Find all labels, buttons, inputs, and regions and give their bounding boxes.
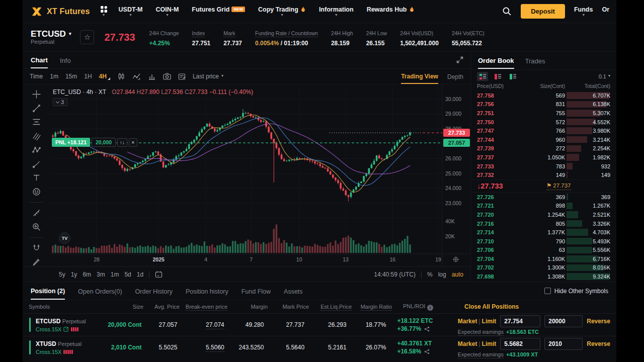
- close-market-button[interactable]: Market: [458, 318, 477, 325]
- tab-chart[interactable]: Chart: [31, 52, 48, 68]
- nav-item-information[interactable]: Information▾: [319, 6, 354, 17]
- tab-open-orders-0-[interactable]: Open Orders(0): [78, 283, 122, 299]
- nav-item-usdt-m[interactable]: USDT-M▾: [119, 6, 143, 17]
- crosshair-icon[interactable]: [31, 89, 42, 99]
- magnet-icon[interactable]: [31, 243, 42, 253]
- book-view-asks-icon[interactable]: [492, 72, 503, 81]
- ask-row[interactable]: 27.7568316.138K: [471, 100, 616, 109]
- close-limit-button[interactable]: Limit: [482, 318, 497, 325]
- orders-menu[interactable]: Or ▾: [602, 6, 609, 17]
- bid-row[interactable]: 27.7168053.326K: [471, 219, 616, 228]
- range-5y[interactable]: 5y: [59, 271, 65, 278]
- calendar-icon[interactable]: [155, 270, 163, 278]
- chart-clock[interactable]: 14:40:59 (UTC): [374, 271, 416, 278]
- nav-item-copy-trading[interactable]: Copy Trading▾: [258, 6, 306, 17]
- close-qty-input[interactable]: [544, 338, 583, 350]
- tab-depth[interactable]: Depth: [447, 70, 463, 83]
- volume-chart-icon[interactable]: [148, 72, 156, 80]
- brush-icon[interactable]: [31, 159, 42, 169]
- indicators-icon[interactable]: [132, 72, 141, 80]
- nav-item-rewards-hub[interactable]: Rewards Hub▾: [367, 6, 415, 17]
- symbol-selector[interactable]: ETCUSD ▾: [31, 29, 71, 39]
- ask-row[interactable]: 27.7392722.254K: [471, 144, 616, 153]
- search-icon[interactable]: [502, 7, 512, 16]
- position-symbol[interactable]: XTUSD PerpetualCross.15X: [29, 340, 103, 355]
- indicators-collapse-button[interactable]: 3: [53, 98, 67, 106]
- reverse-button[interactable]: Reverse: [587, 340, 610, 347]
- bid-row[interactable]: 27.7201.254K2.521K: [471, 210, 616, 219]
- camera-icon[interactable]: [163, 73, 171, 80]
- range-1d[interactable]: 1d: [137, 271, 143, 278]
- timeframe-15m[interactable]: 15m: [65, 73, 77, 80]
- bid-row[interactable]: 27.7021.300K8.016K: [471, 263, 616, 273]
- ask-row[interactable]: 27.7477663.980K: [471, 126, 616, 135]
- close-limit-button[interactable]: Limit: [482, 340, 497, 347]
- deposit-button[interactable]: Deposit: [521, 4, 565, 19]
- range-1m[interactable]: 1m: [111, 271, 119, 278]
- bid-row[interactable]: 27.7107905.493K: [471, 237, 616, 246]
- brand-logo[interactable]: XT Futures: [31, 6, 90, 18]
- range-1y[interactable]: 1y: [71, 271, 77, 278]
- bid-row[interactable]: 27.7218981.267K: [471, 202, 616, 211]
- candle-style-icon[interactable]: [117, 72, 125, 80]
- parallel-channel-icon[interactable]: [31, 131, 42, 141]
- ask-row[interactable]: 27.7505724.552K: [471, 118, 616, 127]
- ask-row[interactable]: 27.7585696.707K: [471, 91, 616, 100]
- tab-fund-flow[interactable]: Fund Flow: [242, 283, 271, 299]
- nav-item-coin-m[interactable]: COIN-M▾: [155, 6, 179, 17]
- trendline-icon[interactable]: [31, 104, 42, 113]
- ask-row[interactable]: 27.733783932: [471, 162, 616, 171]
- scale-auto[interactable]: auto: [452, 271, 463, 278]
- bid-row[interactable]: 27.6981.308K9.324K: [471, 272, 616, 281]
- favorite-star-button[interactable]: ☆: [80, 30, 94, 44]
- reorder-icon[interactable]: ↑↓: [117, 138, 127, 147]
- ask-row[interactable]: 27.7449603.214K: [471, 135, 616, 144]
- close-qty-input[interactable]: [544, 315, 583, 327]
- share-icon[interactable]: [424, 349, 430, 354]
- order-note-icon[interactable]: [178, 73, 186, 80]
- timeframe-1h[interactable]: 1H: [84, 73, 92, 80]
- ask-row[interactable]: 27.7517555.307K: [471, 109, 616, 118]
- nav-item-futures-grid[interactable]: Futures Grid NEW▾: [192, 6, 245, 17]
- position-symbol[interactable]: ETCUSD PerpetualCross.15X: [29, 318, 103, 332]
- precision-dropdown[interactable]: 0.1 ▾: [599, 73, 610, 79]
- close-icon[interactable]: ×: [129, 138, 137, 147]
- bid-row[interactable]: 27.7041.160K6.716K: [471, 254, 616, 263]
- ask-row[interactable]: 27.732149149: [471, 170, 616, 179]
- tab-order-history[interactable]: Order History: [135, 283, 173, 299]
- tab-order-book[interactable]: Order Book: [478, 52, 514, 69]
- checkbox[interactable]: [544, 288, 551, 294]
- book-view-bids-icon[interactable]: [507, 72, 518, 81]
- hide-other-symbols-toggle[interactable]: Hide Other Symbols: [544, 288, 608, 295]
- edit-icon[interactable]: [63, 326, 69, 332]
- range-6m[interactable]: 6m: [83, 271, 91, 278]
- tab-info[interactable]: Info: [60, 52, 71, 68]
- mark-price[interactable]: ⚑27.737: [546, 182, 571, 190]
- scale-percent[interactable]: %: [427, 271, 433, 278]
- reverse-button[interactable]: Reverse: [587, 318, 610, 325]
- timeframe-1m[interactable]: 1m: [50, 73, 58, 80]
- bid-row[interactable]: 27.706635.556K: [471, 246, 616, 255]
- xabcd-pattern-icon[interactable]: [31, 145, 42, 155]
- price-source-dropdown[interactable]: Last price ▾: [193, 73, 223, 80]
- share-icon[interactable]: [424, 326, 430, 332]
- tab-position-history[interactable]: Position history: [186, 283, 228, 299]
- tab-trades[interactable]: Trades: [525, 53, 545, 68]
- tab-trading-view[interactable]: Trading View: [401, 69, 438, 84]
- time-menu[interactable]: Time: [30, 73, 43, 80]
- emoji-icon[interactable]: [31, 187, 42, 197]
- tab-position-2-[interactable]: Position (2): [31, 283, 65, 300]
- zoom-in-icon[interactable]: [31, 222, 42, 232]
- scale-log[interactable]: log: [438, 271, 446, 278]
- range-3m[interactable]: 3m: [97, 271, 105, 278]
- ruler-icon[interactable]: [31, 208, 42, 218]
- products-grid-menu[interactable]: ▾: [100, 6, 108, 17]
- expand-icon[interactable]: [456, 56, 463, 65]
- text-tool-icon[interactable]: [31, 173, 42, 183]
- close-price-input[interactable]: [500, 338, 540, 350]
- book-view-both-icon[interactable]: [477, 72, 488, 81]
- close-all-positions-button[interactable]: Close All Positions: [452, 303, 610, 310]
- bid-row[interactable]: 27.726369369: [471, 193, 616, 202]
- close-price-input[interactable]: [500, 315, 540, 327]
- bid-row[interactable]: 27.7141.377K4.703K: [471, 228, 616, 237]
